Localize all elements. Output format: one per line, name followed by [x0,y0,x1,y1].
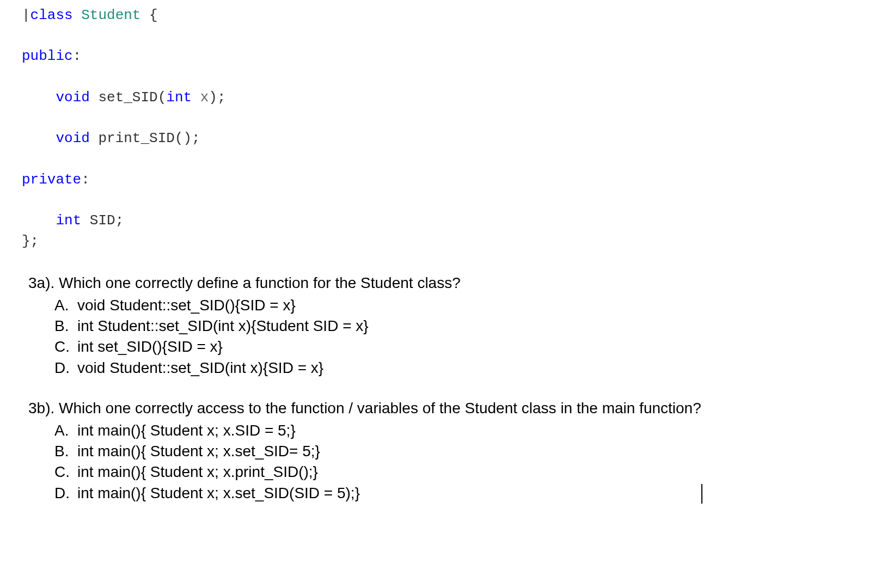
option-letter: B. [54,442,77,461]
keyword-void: void [56,130,89,146]
code-line-sid: int SID; [22,211,871,231]
code-text: SID; [81,212,124,229]
option-d: D. void Student::set_SID(int x){SID = x} [54,358,871,378]
code-text: : [73,48,82,64]
option-text: void Student::set_SID(int x){SID = x} [77,358,871,378]
option-c: C. int main(){ Student x; x.print_SID();… [54,462,871,482]
code-line-private: private: [22,170,871,191]
code-line-printsid: void print_SID(); [22,128,871,149]
question-3b: 3b). Which one correctly access to the f… [28,399,871,503]
code-block: |class Student { public: void set_SID(in… [22,5,871,252]
options-list: A. void Student::set_SID(){SID = x} B. i… [54,296,871,378]
code-text: }; [22,233,39,249]
code-line-close: }; [22,231,871,252]
code-line-public: public: [22,46,871,67]
option-text: int main(){ Student x; x.set_SID= 5;} [77,442,871,461]
option-text: int main(){ Student x; x.set_SID(SID = 5… [77,483,871,503]
keyword-int: int [166,89,192,106]
code-line-blank [22,190,871,211]
option-c: C. int set_SID(){SID = x} [54,337,871,357]
option-a: A. int main(){ Student x; x.SID = 5;} [54,421,871,440]
option-b: B. int main(){ Student x; x.set_SID= 5;} [54,442,871,461]
option-text: void Student::set_SID(){SID = x} [77,296,871,315]
options-list: A. int main(){ Student x; x.SID = 5;} B.… [54,421,871,504]
class-name: Student [81,7,140,23]
code-text: { [140,7,157,23]
text-cursor [701,484,702,504]
option-letter: C. [54,337,77,357]
option-b: B. int Student::set_SID(int x){Student S… [54,316,871,336]
code-text: print_SID(); [90,130,200,146]
option-letter: A. [54,296,77,315]
option-text: int Student::set_SID(int x){Student SID … [77,316,871,336]
option-letter: D. [54,483,77,503]
keyword-int: int [56,212,81,229]
code-text: ); [209,89,225,106]
option-letter: B. [54,316,77,336]
code-line-blank [22,108,871,128]
keyword-void: void [56,89,89,106]
question-3a: 3a). Which one correctly define a functi… [28,273,871,378]
code-text: set_SID( [90,89,166,106]
keyword-class: class [30,7,73,23]
code-line-blank [22,149,871,170]
option-d: D. int main(){ Student x; x.set_SID(SID … [54,483,871,503]
option-text: int main(){ Student x; x.SID = 5;} [77,421,871,440]
option-letter: A. [54,421,77,440]
question-prompt: 3a). Which one correctly define a functi… [28,273,871,293]
question-prompt: 3b). Which one correctly access to the f… [28,399,871,418]
option-letter: C. [54,462,77,482]
keyword-private: private [22,171,81,188]
option-text: int main(){ Student x; x.print_SID();} [77,462,871,482]
option-a: A. void Student::set_SID(){SID = x} [54,296,871,315]
code-text: : [81,171,90,188]
option-letter: D. [54,358,77,378]
code-line-blank [22,67,871,88]
option-text: int set_SID(){SID = x} [77,337,871,357]
keyword-public: public [22,48,73,64]
code-line-blank [22,26,871,47]
code-line-1: |class Student { [22,5,871,26]
code-line-setsid: void set_SID(int x); [22,88,871,108]
param-name: x [192,89,209,106]
